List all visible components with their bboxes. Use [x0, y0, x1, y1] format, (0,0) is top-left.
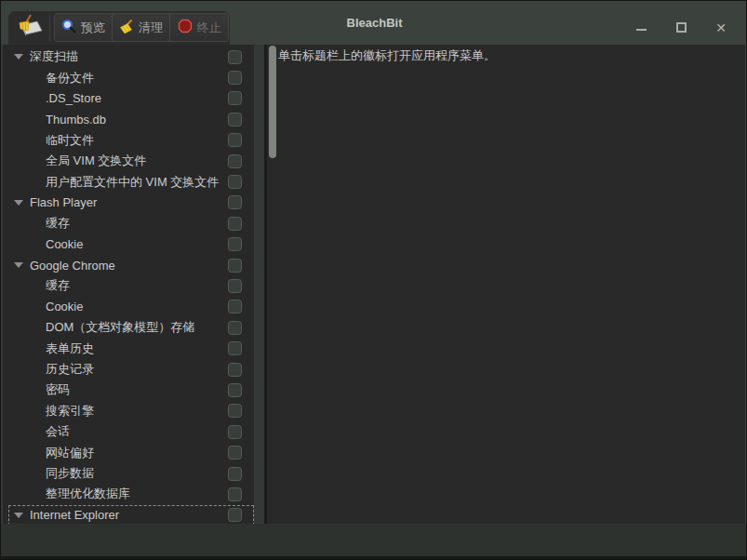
- tree-row[interactable]: 缓存: [8, 275, 254, 296]
- tree-item-label: Cookie: [46, 300, 83, 313]
- checkbox[interactable]: [228, 71, 242, 85]
- tree-item-label: DOM（文档对象模型）存储: [46, 319, 194, 336]
- tree-row[interactable]: DOM（文档对象模型）存储: [8, 317, 254, 338]
- message-panel: 单击标题栏上的徽标打开应用程序菜单。: [267, 45, 745, 524]
- abort-button-label: 终止: [197, 20, 221, 36]
- tree-item-label: 同步数据: [46, 465, 94, 482]
- checkbox[interactable]: [228, 383, 242, 397]
- checkbox[interactable]: [228, 237, 242, 251]
- tree-row[interactable]: 整理优化数据库: [8, 484, 254, 504]
- close-icon[interactable]: ✕: [714, 20, 728, 35]
- tree-item-label: Cookie: [46, 237, 83, 251]
- expander-down-icon[interactable]: [14, 513, 23, 518]
- minimize-icon[interactable]: [636, 29, 647, 31]
- tree-row[interactable]: Cookie: [8, 297, 254, 317]
- broom-icon: [119, 19, 134, 36]
- checkbox[interactable]: [228, 425, 242, 439]
- preview-button-label: 预览: [81, 20, 105, 36]
- preview-button[interactable]: 预览: [55, 14, 113, 41]
- checkbox[interactable]: [228, 133, 242, 147]
- tree-row[interactable]: Thumbs.db: [8, 109, 254, 129]
- tree-scrollbar-trough[interactable]: [254, 45, 264, 524]
- tree-item-label: 网站偏好: [46, 445, 94, 461]
- tree-item-label: 备份文件: [46, 70, 94, 87]
- tree-row[interactable]: 用户配置文件中的 VIM 交换文件: [8, 171, 254, 192]
- tree-row[interactable]: 密码: [8, 380, 254, 400]
- titlebar[interactable]: 预览 清理: [1, 1, 747, 45]
- checkbox[interactable]: [228, 195, 242, 209]
- checkbox[interactable]: [228, 467, 242, 481]
- checkbox[interactable]: [228, 508, 242, 522]
- main-content: 深度扫描备份文件.DS_StoreThumbs.db临时文件全局 VIM 交换文…: [1, 45, 747, 524]
- tree-row[interactable]: 同步数据: [8, 463, 254, 484]
- magnifier-icon: [61, 19, 76, 36]
- tree-item-label: Flash Player: [30, 195, 97, 209]
- expander-down-icon[interactable]: [14, 200, 23, 206]
- tree-row[interactable]: 历史记录: [8, 359, 254, 380]
- checkbox[interactable]: [228, 259, 242, 273]
- tree-row[interactable]: 表单历史: [8, 338, 254, 358]
- toolbar: 预览 清理: [8, 11, 230, 45]
- tree-item-label: 搜索引擎: [46, 403, 94, 420]
- clean-button[interactable]: 清理: [113, 14, 170, 41]
- tree-item-label: 深度扫描: [30, 48, 78, 65]
- checkbox[interactable]: [228, 487, 242, 501]
- cleaner-tree: 深度扫描备份文件.DS_StoreThumbs.db临时文件全局 VIM 交换文…: [3, 45, 254, 524]
- checkbox[interactable]: [228, 446, 242, 460]
- checkbox[interactable]: [228, 91, 242, 105]
- tree-item-label: 密码: [46, 381, 70, 398]
- bleachbit-logo-icon[interactable]: [17, 14, 43, 38]
- tree-row[interactable]: 临时文件: [8, 130, 254, 151]
- tree-row[interactable]: 缓存: [8, 213, 254, 233]
- window-bottom-frame: [1, 524, 747, 556]
- checkbox[interactable]: [228, 321, 242, 335]
- tree-item-label: Google Chrome: [30, 259, 115, 273]
- expander-down-icon[interactable]: [14, 54, 23, 60]
- tree-row[interactable]: Flash Player: [8, 193, 254, 213]
- checkbox[interactable]: [228, 300, 242, 313]
- checkbox[interactable]: [228, 279, 242, 293]
- bleachbit-window: 预览 清理: [0, 0, 747, 560]
- expander-down-icon[interactable]: [14, 262, 23, 268]
- tree-row[interactable]: 备份文件: [8, 67, 254, 87]
- tree-row[interactable]: 深度扫描: [8, 47, 254, 67]
- checkbox[interactable]: [228, 341, 242, 355]
- tree-item-label: 整理优化数据库: [46, 486, 130, 502]
- tree-row[interactable]: .DS_Store: [8, 88, 254, 109]
- tree-item-label: 表单历史: [46, 340, 94, 357]
- tree-item-label: 用户配置文件中的 VIM 交换文件: [46, 174, 219, 191]
- clean-button-label: 清理: [139, 20, 163, 36]
- toolbar-button-group: 预览 清理: [54, 13, 229, 42]
- checkbox[interactable]: [228, 175, 242, 189]
- tree-row[interactable]: 搜索引擎: [8, 401, 254, 421]
- window-bottom-edge: [1, 556, 747, 560]
- tree-item-label: Thumbs.db: [46, 113, 106, 127]
- tree-row[interactable]: Cookie: [8, 234, 254, 255]
- tree-row[interactable]: Internet Explorer: [8, 505, 254, 524]
- tree-row[interactable]: 会话: [8, 421, 254, 442]
- tree-item-label: 会话: [46, 423, 70, 440]
- stop-icon: [178, 19, 193, 36]
- scrollbar-thumb[interactable]: [269, 46, 276, 158]
- checkbox[interactable]: [228, 404, 242, 418]
- tree-item-label: 临时文件: [46, 132, 94, 149]
- toolbar-separator: [49, 15, 50, 42]
- info-message: 单击标题栏上的徽标打开应用程序菜单。: [278, 47, 734, 64]
- checkbox[interactable]: [228, 154, 242, 168]
- tree-item-label: 缓存: [46, 215, 70, 232]
- checkbox[interactable]: [228, 363, 242, 377]
- checkbox[interactable]: [228, 50, 242, 64]
- tree-row[interactable]: Google Chrome: [8, 255, 254, 275]
- tree-item-label: 历史记录: [46, 361, 94, 378]
- tree-item-label: 全局 VIM 交换文件: [46, 153, 146, 169]
- abort-button[interactable]: 终止: [170, 14, 228, 41]
- tree-item-label: .DS_Store: [46, 91, 101, 105]
- tree-item-label: 缓存: [46, 277, 70, 294]
- checkbox[interactable]: [228, 217, 242, 231]
- maximize-icon[interactable]: [676, 22, 687, 33]
- tree-item-label: Internet Explorer: [30, 508, 119, 522]
- tree-row[interactable]: 全局 VIM 交换文件: [8, 151, 254, 171]
- tree-row[interactable]: 网站偏好: [8, 442, 254, 462]
- checkbox[interactable]: [228, 113, 242, 127]
